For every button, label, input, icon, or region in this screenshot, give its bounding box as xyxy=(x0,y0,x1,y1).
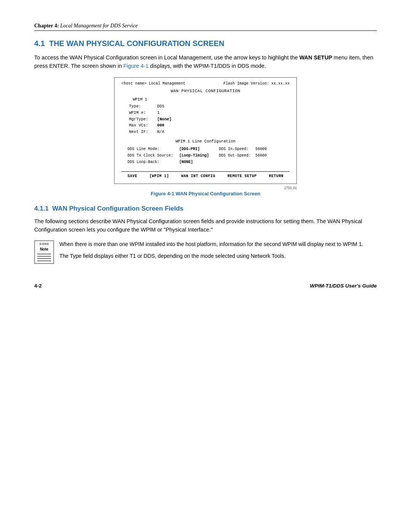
dds-outspeed-label: DDS Out-Speed: xyxy=(219,153,251,158)
mgrtype-value: [None] xyxy=(157,117,172,121)
dds-line-mode-label: DDS Line Mode: xyxy=(127,146,177,152)
note-line-1 xyxy=(37,254,51,254)
note-line-4 xyxy=(37,260,51,261)
dds-inspeed-label: DDS In-Speed: xyxy=(219,147,249,151)
page-footer: 4-2 WPIM-T1/DDS User's Guide xyxy=(34,283,377,289)
screen-flash-label: Flash Image Version: xx.xx.xx xyxy=(223,81,290,86)
page-number: 4-2 xyxy=(34,283,42,289)
section-411-heading: 4.1.1 WAN Physical Configuration Screen … xyxy=(34,205,377,212)
nav-wan-int-config: WAN INT CONFIG xyxy=(181,174,215,178)
nav-remote-setup: REMOTE SETUP xyxy=(228,174,257,178)
section-label-text: WPIM 1 Line Configuration xyxy=(175,139,236,144)
section-411-body: The following sections describe WAN Phys… xyxy=(34,217,377,234)
img-id-text: 2750_01 xyxy=(284,186,297,190)
footer-title: WPIM-T1/DDS User's Guide xyxy=(310,283,377,289)
dds-outspeed-row: DDS Out-Speed: 56000 xyxy=(219,152,267,159)
note-line-2 xyxy=(37,256,51,257)
mgrtype-label: MgrType: xyxy=(129,116,156,123)
dds-loopback-row: DDS Loop-Back: [NONE] xyxy=(127,159,211,165)
section-41-heading: 4.1 THE WAN PHYSICAL CONFIGURATION SCREE… xyxy=(34,39,377,48)
section-41-number: 4.1 xyxy=(34,39,45,48)
chapter-title: Chapter 4: Local Management for DDS Serv… xyxy=(34,23,138,29)
note-text-1: When there is more than one WPIM install… xyxy=(59,240,363,248)
chapter-label: Chapter 4: xyxy=(34,23,59,29)
section-411-title: WAN Physical Configuration Screen Fields xyxy=(52,205,183,212)
nav-return: RETURN xyxy=(269,174,284,178)
dds-tx-clock-label: DDS Tx Clock Source: xyxy=(127,152,177,159)
note-text-2-content: The Type field displays either T1 or DDS… xyxy=(59,253,286,259)
config-row: DDS Line Mode: [DDS-PRI] DDS Tx Clock So… xyxy=(127,146,290,165)
nav-save: SAVE xyxy=(127,174,137,178)
nextif-row: Next IF: N/A xyxy=(129,129,290,135)
dds-tx-clock-value: [Loop-Timing] xyxy=(179,153,209,158)
type-label: Type: xyxy=(129,103,156,110)
section-411-body1-text: The following sections describe WAN Phys… xyxy=(34,218,362,233)
note-icon: ☰☰☰☰ Note xyxy=(34,240,54,264)
wpim-num-value: 1 xyxy=(157,110,159,116)
dds-loopback-value: [NONE] xyxy=(179,160,193,164)
screen-title: WAN PHYSICAL CONFIGURATION xyxy=(121,89,290,93)
note-text-block: When there is more than one WPIM install… xyxy=(59,240,363,260)
body-end: displays, with the WPIM-T1/DDS in DDS mo… xyxy=(148,63,266,69)
maxvcs-row: Max VCs: 000 xyxy=(129,122,290,129)
dds-line-mode-row: DDS Line Mode: [DDS-PRI] xyxy=(127,146,211,152)
body-bold-wansetup: WAN SETUP xyxy=(299,54,332,61)
note-text-1-content: When there is more than one WPIM install… xyxy=(59,241,363,247)
screen-bottom-bar: SAVE [WPIM 1] WAN INT CONFIG REMOTE SETU… xyxy=(121,171,290,178)
figure-caption-link[interactable]: Figure 4-1 WAN Physical Configuration Sc… xyxy=(151,191,260,197)
screen-simulation: <host name> Local Management Flash Image… xyxy=(114,77,297,184)
maxvcs-label: Max VCs: xyxy=(129,122,156,129)
section-41-title: THE WAN PHYSICAL CONFIGURATION SCREEN xyxy=(49,39,224,48)
note-container: ☰☰☰☰ Note When there is more than one WP… xyxy=(34,240,377,264)
section-411-number: 4.1.1 xyxy=(34,205,49,212)
config-right: DDS In-Speed: 56000 DDS Out-Speed: 56000 xyxy=(219,146,267,165)
screen-title-text: WAN PHYSICAL CONFIGURATION xyxy=(170,89,240,93)
maxvcs-value: 000 xyxy=(157,123,164,128)
nav-wpim: [WPIM 1] xyxy=(150,174,169,178)
screen-fields: Type: DDS WPIM #: 1 MgrType: [None] Max … xyxy=(129,103,290,135)
note-line-3 xyxy=(37,258,51,259)
nextif-label: Next IF: xyxy=(129,129,156,135)
screen-wpim1-label: WPIM 1 xyxy=(133,97,290,102)
screen-section-label: WPIM 1 Line Configuration xyxy=(121,139,290,144)
dds-inspeed-value: 56000 xyxy=(255,147,267,151)
screen-img-id: 2750_01 xyxy=(114,186,297,190)
note-text-2: The Type field displays either T1 or DDS… xyxy=(59,252,363,260)
dds-tx-clock-row: DDS Tx Clock Source: [Loop-Timing] xyxy=(127,152,211,159)
wpim-num-row: WPIM #: 1 xyxy=(129,110,290,116)
dds-loopback-label: DDS Loop-Back: xyxy=(127,159,177,165)
screen-line-config: DDS Line Mode: [DDS-PRI] DDS Tx Clock So… xyxy=(127,146,290,165)
figure-caption: Figure 4-1 WAN Physical Configuration Sc… xyxy=(34,191,377,197)
config-left: DDS Line Mode: [DDS-PRI] DDS Tx Clock So… xyxy=(127,146,211,165)
wpim-num-label: WPIM #: xyxy=(129,110,156,116)
mgrtype-row: MgrType: [None] xyxy=(129,116,290,123)
dds-line-mode-value: [DDS-PRI] xyxy=(179,147,200,151)
screen-top-bar: <host name> Local Management Flash Image… xyxy=(121,81,290,86)
body-intro: To access the WAN Physical Configuration… xyxy=(34,54,299,61)
dds-inspeed-row: DDS In-Speed: 56000 xyxy=(219,146,267,152)
nextif-value: N/A xyxy=(157,129,164,135)
screen-host-label: <host name> Local Management xyxy=(121,81,185,86)
wpim1-text: WPIM 1 xyxy=(133,97,147,102)
figure-4-1-link[interactable]: Figure 4-1 xyxy=(123,63,148,69)
dds-outspeed-value: 56000 xyxy=(255,153,267,158)
type-value: DDS xyxy=(157,103,164,110)
note-lines xyxy=(36,253,53,262)
section-41-body: To access the WAN Physical Configuration… xyxy=(34,53,377,70)
chapter-title-text: Local Management for DDS Service xyxy=(59,23,138,29)
chapter-header: Chapter 4: Local Management for DDS Serv… xyxy=(34,23,377,31)
type-row: Type: DDS xyxy=(129,103,290,110)
